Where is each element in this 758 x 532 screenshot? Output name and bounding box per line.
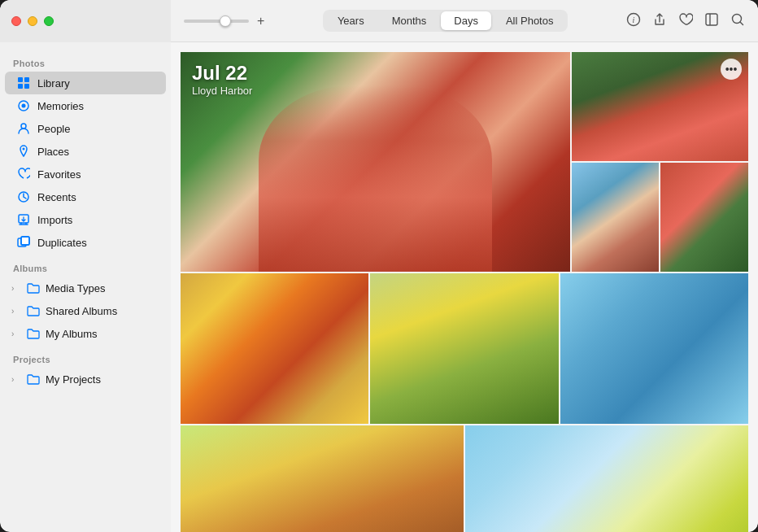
my-albums-folder-icon xyxy=(26,326,41,341)
shared-folder-icon xyxy=(26,303,41,318)
sidebar-item-places-label: Places xyxy=(37,146,69,158)
toolbar: + Years Months Days All Photos i xyxy=(171,0,758,42)
svg-rect-11 xyxy=(21,237,29,245)
svg-rect-2 xyxy=(18,84,23,89)
minimize-button[interactable] xyxy=(28,16,37,26)
photo-date: Jul 22 xyxy=(192,62,252,85)
recents-icon xyxy=(16,190,31,204)
maximize-button[interactable] xyxy=(44,16,54,26)
sidebar-item-my-albums-label: My Albums xyxy=(46,328,98,340)
more-options-button[interactable]: ••• xyxy=(721,59,742,80)
photo-mid-3[interactable] xyxy=(560,273,748,424)
svg-rect-0 xyxy=(18,77,23,82)
sidebar-item-shared-albums-label: Shared Albums xyxy=(46,305,117,317)
photo-cell-1[interactable] xyxy=(572,163,660,272)
photo-mid-1[interactable] xyxy=(181,273,368,424)
heart-toolbar-icon[interactable] xyxy=(678,12,693,29)
main-content: + Years Months Days All Photos i xyxy=(171,0,758,532)
photo-cell-2[interactable] xyxy=(660,163,748,272)
section-label-photos: Photos xyxy=(0,49,171,72)
sidebar-toggle-icon[interactable] xyxy=(704,12,719,29)
photo-bot-2[interactable] xyxy=(465,425,748,532)
search-icon[interactable] xyxy=(730,12,745,29)
sidebar-item-library[interactable]: Library xyxy=(5,72,166,94)
sidebar-item-my-projects-label: My Projects xyxy=(46,373,101,386)
svg-rect-3 xyxy=(24,84,29,89)
sidebar: Photos Library Memories xyxy=(0,0,171,532)
toolbar-left: + xyxy=(184,14,264,28)
photo-mosaic-mid xyxy=(181,273,748,424)
title-bar xyxy=(0,0,171,42)
library-icon xyxy=(16,76,31,90)
photo-bottom-right xyxy=(572,163,749,272)
svg-text:i: i xyxy=(633,15,635,24)
sidebar-item-memories[interactable]: Memories xyxy=(5,94,166,117)
photo-bot-1[interactable] xyxy=(181,425,464,532)
chevron-right-icon: › xyxy=(11,284,21,293)
photo-mid-2[interactable] xyxy=(370,273,558,424)
my-projects-folder-icon xyxy=(26,372,41,386)
svg-point-6 xyxy=(21,124,26,129)
svg-point-5 xyxy=(22,104,26,108)
sidebar-item-media-types[interactable]: › Media Types xyxy=(5,277,166,299)
photo-mosaic-top: Jul 22 Lloyd Harbor ••• xyxy=(181,52,748,272)
sidebar-item-library-label: Library xyxy=(37,77,70,89)
toolbar-right: i xyxy=(626,12,745,29)
svg-rect-15 xyxy=(706,14,717,25)
share-icon[interactable] xyxy=(652,12,667,29)
photo-area: Jul 22 Lloyd Harbor ••• xyxy=(171,42,758,532)
section-label-projects: Projects xyxy=(0,345,171,368)
places-icon xyxy=(16,144,31,159)
svg-point-7 xyxy=(23,148,25,150)
section-label-albums: Albums xyxy=(0,254,171,277)
photo-main-large[interactable]: Jul 22 Lloyd Harbor xyxy=(181,52,570,272)
imports-icon xyxy=(16,212,31,227)
photo-right-column: ••• xyxy=(572,52,749,272)
sidebar-content: Photos Library Memories xyxy=(0,42,171,532)
close-button[interactable] xyxy=(11,16,21,26)
info-icon[interactable]: i xyxy=(626,12,641,29)
svg-rect-1 xyxy=(24,77,29,82)
chevron-right-icon-3: › xyxy=(11,329,21,338)
photo-location: Lloyd Harbor xyxy=(192,85,252,97)
sidebar-item-favorites-label: Favorites xyxy=(37,168,81,181)
sidebar-item-places[interactable]: Places xyxy=(5,140,166,163)
zoom-slider[interactable] xyxy=(184,20,249,23)
sidebar-item-people-label: People xyxy=(37,123,70,135)
tab-months[interactable]: Months xyxy=(379,11,440,30)
sidebar-item-my-projects[interactable]: › My Projects xyxy=(5,368,166,390)
sidebar-item-recents[interactable]: Recents xyxy=(5,185,166,208)
sidebar-item-media-types-label: Media Types xyxy=(46,282,105,294)
sidebar-item-shared-albums[interactable]: › Shared Albums xyxy=(5,299,166,322)
sidebar-item-memories-label: Memories xyxy=(37,100,84,112)
folder-icon xyxy=(26,281,41,295)
duplicates-icon xyxy=(16,235,31,250)
sidebar-item-recents-label: Recents xyxy=(37,191,76,203)
tab-years[interactable]: Years xyxy=(325,11,377,30)
photo-top-right[interactable]: ••• xyxy=(572,52,749,161)
tab-bar: Years Months Days All Photos xyxy=(323,10,568,32)
sidebar-item-duplicates-label: Duplicates xyxy=(37,237,87,249)
sidebar-item-imports-label: Imports xyxy=(37,214,72,226)
tab-all-photos[interactable]: All Photos xyxy=(493,11,567,30)
tab-days[interactable]: Days xyxy=(441,11,491,30)
memories-icon xyxy=(16,98,31,113)
chevron-right-icon-4: › xyxy=(11,375,21,384)
chevron-right-icon-2: › xyxy=(11,307,21,316)
sidebar-item-my-albums[interactable]: › My Albums xyxy=(5,322,166,345)
date-overlay: Jul 22 Lloyd Harbor xyxy=(192,62,252,97)
sidebar-item-duplicates[interactable]: Duplicates xyxy=(5,231,166,254)
sidebar-item-people[interactable]: People xyxy=(5,117,166,140)
zoom-thumb xyxy=(220,15,231,27)
people-icon xyxy=(16,121,31,136)
zoom-plus-button[interactable]: + xyxy=(257,14,264,28)
photo-mosaic-bot xyxy=(181,425,748,532)
heart-icon xyxy=(16,167,31,181)
sidebar-item-imports[interactable]: Imports xyxy=(5,208,166,231)
sidebar-item-favorites[interactable]: Favorites xyxy=(5,163,166,185)
